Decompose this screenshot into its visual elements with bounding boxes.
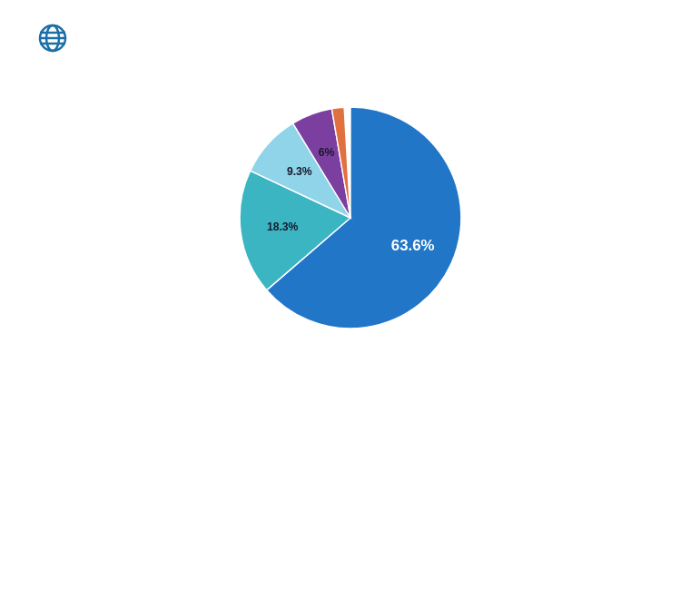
chart-area: 63.6%18.3%9.3%6% — [123, 64, 577, 372]
logo — [36, 22, 664, 54]
pie-label-honor: 6% — [318, 146, 334, 159]
page-container: 63.6%18.3%9.3%6% — [0, 0, 700, 608]
pie-label-samsung: 9.3% — [286, 165, 311, 178]
idc-logo-icon — [36, 22, 76, 54]
pie-label-huawei: 63.6% — [390, 237, 434, 254]
pie-label-oppo: 18.3% — [266, 221, 298, 233]
pie-chart: 63.6%18.3%9.3%6% — [214, 82, 487, 354]
